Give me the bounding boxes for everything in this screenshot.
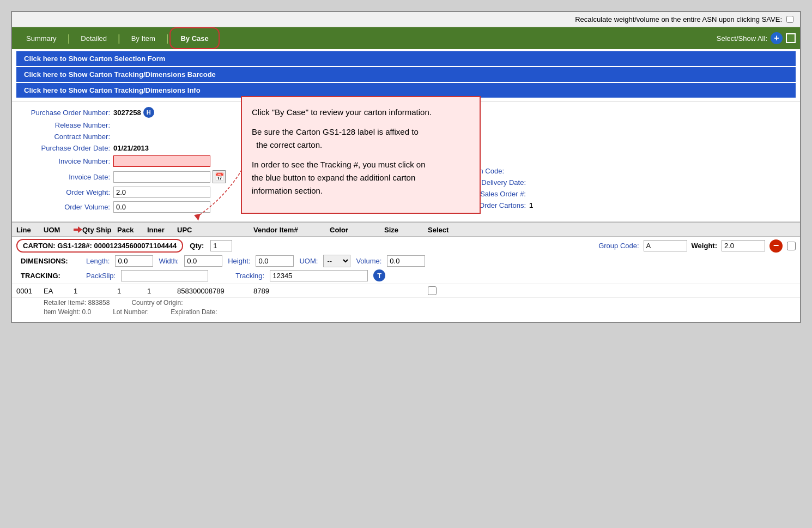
- tab-byitem[interactable]: By Item: [122, 27, 165, 49]
- po-date-value: 01/21/2013: [113, 144, 149, 152]
- item-weight-label: Item Weight: 0.0: [44, 308, 91, 316]
- carton-tracking-info-button[interactable]: Click here to Show Carton Tracking/Dimen…: [16, 83, 796, 98]
- carton-selection-button[interactable]: Click here to Show Carton Selection Form: [16, 51, 796, 66]
- col-upc-header: UPC: [177, 226, 253, 234]
- po-number-label: Purchase Order Number:: [23, 109, 110, 117]
- upc-value: 858300008789: [177, 287, 253, 295]
- height-input[interactable]: [256, 255, 294, 267]
- action-buttons-section: Click here to Show Carton Selection Form…: [12, 49, 800, 101]
- carton-select-checkbox[interactable]: [787, 242, 796, 250]
- packslip-label: PackSlip:: [86, 272, 116, 280]
- line-detail-row-1: Retailer Item#: 883858 Country of Origin…: [44, 299, 796, 307]
- weight-label: Weight:: [692, 242, 717, 250]
- tracking-t-button[interactable]: T: [373, 269, 385, 281]
- table-header: Line UOM Qty Ship Pack Inner UPC Vendor …: [12, 223, 800, 237]
- order-volume-input[interactable]: [113, 201, 210, 213]
- col-qty-header-container: Qty Ship: [74, 225, 117, 234]
- col-color-header-container: Color: [330, 226, 384, 234]
- col-select-header: Select: [428, 226, 460, 234]
- col-pack-header: Pack: [117, 226, 147, 234]
- weight-input[interactable]: [722, 240, 765, 251]
- invoice-date-input[interactable]: [113, 171, 210, 183]
- carton-label: CARTON: GS1-128#: 000012345600071104444: [16, 239, 183, 253]
- width-input[interactable]: [184, 255, 222, 267]
- nav-divider-3: |: [165, 33, 170, 44]
- width-label: Width:: [159, 257, 179, 265]
- dimensions-row: DIMENSIONS: Length: Width: Height: UOM: …: [21, 255, 796, 267]
- order-volume-label: Order Volume:: [23, 203, 110, 211]
- tab-bycase[interactable]: By Case: [169, 27, 219, 49]
- col-inner-header: Inner: [147, 226, 177, 234]
- length-input[interactable]: [115, 255, 153, 267]
- nav-bar: Summary | Detailed | By Item | By Case S…: [12, 27, 800, 49]
- qty-ship-value: 1: [74, 287, 117, 295]
- col-line-header: Line: [16, 226, 44, 234]
- uom-label: UOM:: [299, 257, 318, 265]
- po-date-label: Purchase Order Date:: [23, 144, 110, 152]
- tab-summary[interactable]: Summary: [16, 27, 66, 49]
- nav-divider-2: |: [117, 33, 122, 44]
- svg-marker-1: [74, 226, 82, 233]
- carton-row: CARTON: GS1-128#: 000012345600071104444 …: [16, 239, 796, 253]
- col-size-header: Size: [384, 226, 428, 234]
- carton-tracking-barcode-button[interactable]: Click here to Show Carton Tracking/Dimen…: [16, 67, 796, 82]
- lot-number-label: Lot Number:: [113, 308, 149, 316]
- col-color-header: Color: [330, 226, 348, 234]
- order-weight-input[interactable]: [113, 187, 210, 198]
- form-section: Purchase Order Number: 3027258 H Release…: [12, 101, 800, 223]
- invoice-number-input[interactable]: [113, 155, 210, 167]
- line-item-row: 0001 EA 1 1 1 858300008789 8789: [12, 284, 800, 298]
- select-all-plus-button[interactable]: +: [771, 32, 783, 44]
- recalculate-label: Recalculate weight/volume on the entire …: [575, 15, 782, 23]
- order-weight-label: Order Weight:: [23, 188, 110, 196]
- po-info-icon[interactable]: H: [143, 107, 154, 118]
- line-detail-row-2: Item Weight: 0.0 Lot Number: Expiration …: [44, 308, 796, 316]
- height-label: Height:: [228, 257, 250, 265]
- color-strikethrough: [330, 230, 348, 230]
- release-number-label: Release Number:: [23, 121, 110, 129]
- vendor-item-value: 8789: [253, 287, 330, 295]
- carton-right-controls: Group Code: Weight: −: [598, 239, 796, 253]
- recalculate-checkbox[interactable]: [786, 16, 793, 23]
- col-uom-header: UOM: [44, 226, 74, 234]
- contract-number-label: Contract Number:: [23, 133, 110, 141]
- carton-section: CARTON: GS1-128#: 000012345600071104444 …: [12, 237, 800, 284]
- tracking-row: TRACKING: PackSlip: Tracking: T: [21, 269, 796, 281]
- tooltip-line3: In order to see the Tracking #, you must…: [252, 158, 470, 197]
- tab-detailed[interactable]: Detailed: [71, 27, 117, 49]
- carton-qty-input[interactable]: [210, 240, 232, 251]
- tracking-input[interactable]: [270, 270, 368, 281]
- tooltip-popup: Click "By Case" to review your carton in…: [241, 96, 481, 214]
- pack-value: 1: [117, 287, 147, 295]
- packslip-input[interactable]: [121, 270, 208, 281]
- tooltip-line2: Be sure the Carton GS1-128 label is affi…: [252, 125, 470, 152]
- carton-qty-label: Qty:: [190, 242, 204, 250]
- calendar-icon[interactable]: 📅: [213, 170, 226, 183]
- order-cartons-value: 1: [529, 201, 533, 209]
- inner-value: 1: [147, 287, 177, 295]
- nav-divider-1: |: [66, 33, 71, 44]
- expiration-date-label: Expiration Date:: [171, 308, 217, 316]
- remove-carton-button[interactable]: −: [769, 239, 783, 253]
- tooltip-line1: Click "By Case" to review your carton in…: [252, 106, 470, 119]
- select-show-all-label: Select/Show All:: [717, 34, 767, 43]
- dimensions-label: DIMENSIONS:: [21, 257, 81, 265]
- line-item-details: Retailer Item#: 883858 Country of Origin…: [12, 298, 800, 322]
- nav-right: Select/Show All: +: [717, 32, 796, 44]
- volume-input[interactable]: [387, 255, 425, 267]
- po-number-value: 3027258: [113, 109, 141, 117]
- group-code-input[interactable]: [644, 240, 687, 251]
- uom-select[interactable]: -- IN CM: [323, 255, 350, 267]
- group-code-label: Group Code:: [598, 242, 639, 250]
- uom-value: EA: [44, 287, 74, 295]
- country-origin-label: Country of Origin:: [131, 299, 183, 307]
- top-bar: Recalculate weight/volume on the entire …: [12, 12, 800, 27]
- tracking-label: TRACKING:: [21, 272, 81, 280]
- select-all-checkbox[interactable]: [786, 33, 796, 43]
- volume-label: Volume:: [356, 257, 381, 265]
- tracking-field-label: Tracking:: [235, 272, 264, 280]
- invoice-date-label: Invoice Date:: [23, 173, 110, 181]
- line-value: 0001: [16, 287, 44, 295]
- col-vendor-header: Vendor Item#: [253, 226, 330, 234]
- line-item-select-checkbox[interactable]: [428, 286, 437, 295]
